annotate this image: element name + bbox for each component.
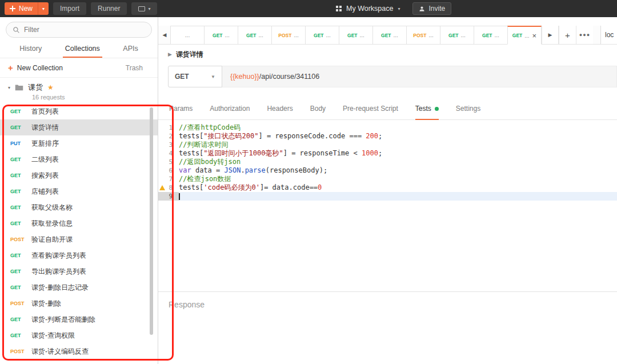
open-tab[interactable]: GET... xyxy=(238,26,272,44)
tab-label: ... xyxy=(428,32,433,38)
trash-button[interactable]: Trash xyxy=(126,64,150,72)
tab-options-icon[interactable]: ●●● xyxy=(576,26,593,44)
topbar-center: My Workspace ▾ Invite xyxy=(336,0,451,17)
request-name: 搜索列表 xyxy=(31,171,59,181)
code-editor[interactable]: 1//查看httpCode码2tests["接口状态码200"] = respo… xyxy=(158,120,617,291)
new-dropdown-caret[interactable]: ▾ xyxy=(38,2,49,15)
line-number: 5 xyxy=(158,158,179,166)
method-select[interactable]: GET ▼ xyxy=(168,66,222,87)
workspace-switcher[interactable]: My Workspace ▾ xyxy=(336,5,400,13)
filter-box[interactable] xyxy=(6,22,152,38)
url-input[interactable]: {{kehuo}}/api/course/341106 xyxy=(222,66,617,87)
code-line[interactable]: 1//查看httpCode码 xyxy=(158,123,617,132)
request-name: 查看购课学员列表 xyxy=(31,251,86,261)
runner-button[interactable]: Runner xyxy=(91,2,127,15)
request-list-item[interactable]: GET获取父级名称 xyxy=(0,199,158,215)
tab-tests[interactable]: Tests xyxy=(415,105,439,120)
open-tab[interactable]: GET... xyxy=(372,26,407,44)
response-section: Response xyxy=(158,291,617,364)
method-label: POST xyxy=(10,237,31,242)
sidebar-scrollbar[interactable] xyxy=(150,107,153,335)
tab-pre-request-script[interactable]: Pre-request Script xyxy=(343,105,398,120)
collapse-caret-icon[interactable]: ▾ xyxy=(8,85,10,90)
request-list-item[interactable]: PUT更新排序 xyxy=(0,135,158,151)
request-list-item[interactable]: GET导出购课学员列表 xyxy=(0,263,158,279)
sidebar-tab-apis[interactable]: APIs xyxy=(121,40,140,58)
subtab-label: Body xyxy=(310,105,326,113)
new-collection-button[interactable]: + New Collection xyxy=(8,63,63,72)
filter-input[interactable] xyxy=(24,26,145,34)
code-token: < xyxy=(354,149,358,157)
open-tab[interactable]: GET... xyxy=(440,26,474,44)
method-label: GET xyxy=(10,189,31,194)
tab-settings[interactable]: Settings xyxy=(456,105,480,120)
request-list-item[interactable]: GET店铺列表 xyxy=(0,183,158,199)
tab-authorization[interactable]: Authorization xyxy=(210,105,250,120)
code-line[interactable]: 7//检查json数据 xyxy=(158,175,617,183)
sidebar-tab-history[interactable]: History xyxy=(17,40,44,58)
request-list-item[interactable]: POST课货-删除 xyxy=(0,295,158,311)
request-list-item[interactable]: GET获取登录信息 xyxy=(0,215,158,231)
tests-green-dot-icon xyxy=(435,107,439,111)
invite-button[interactable]: Invite xyxy=(412,2,451,15)
request-list-item[interactable]: GET课货-查询权限 xyxy=(0,327,158,343)
code-line[interactable]: 8tests['code码必须为0']= data.code==0 xyxy=(158,183,617,192)
request-list-item[interactable]: GET首页列表 xyxy=(0,103,158,119)
tabs-scroll-left-icon[interactable]: ◀ xyxy=(158,26,171,44)
import-button[interactable]: Import xyxy=(53,2,86,15)
code-line[interactable]: 2tests["接口状态码200"] = responseCode.code =… xyxy=(158,132,617,141)
code-line[interactable]: 5//返回body转json xyxy=(158,158,617,166)
code-line[interactable]: 4tests["返回时间小于1000毫秒"] = responseTime < … xyxy=(158,149,617,158)
open-tab[interactable]: GET... xyxy=(204,26,238,44)
tab-label: ... xyxy=(524,33,529,39)
code-line[interactable]: 3//判断请求时间 xyxy=(158,141,617,149)
code-text: tests["返回时间小于1000毫秒"] = responseTime < 1… xyxy=(179,149,617,158)
request-list-item[interactable]: GET查看购课学员列表 xyxy=(0,247,158,263)
open-tab[interactable]: POST... xyxy=(406,26,440,44)
favorite-star-icon[interactable]: ★ xyxy=(47,83,54,91)
open-new-window-button[interactable]: ▾ xyxy=(131,2,157,15)
request-list-item[interactable]: GET课货详情 xyxy=(0,119,158,135)
open-tab[interactable]: ... xyxy=(170,26,205,44)
close-tab-icon[interactable]: × xyxy=(532,32,537,39)
code-line[interactable]: 6var data = JSON.parse(responseBody); xyxy=(158,166,617,175)
tabs-scroll-right-icon[interactable]: ▶ xyxy=(542,26,559,44)
request-list-item[interactable]: GET课货-删除日志记录 xyxy=(0,279,158,295)
code-line[interactable]: 9 xyxy=(158,192,617,201)
request-list-item[interactable]: GET课货-判断是否能删除 xyxy=(0,311,158,327)
request-list-item[interactable]: GET搜索列表 xyxy=(0,167,158,183)
new-tab-button[interactable]: + xyxy=(559,26,576,44)
code-text: //返回body转json xyxy=(179,158,617,166)
code-text: var data = JSON.parse(responseBody); xyxy=(179,166,617,175)
code-text: tests['code码必须为0']= data.code==0 xyxy=(179,183,617,192)
code-token: === xyxy=(349,132,362,140)
workspace-label: My Workspace xyxy=(346,5,393,13)
tab-headers[interactable]: Headers xyxy=(267,105,293,120)
request-name: 店铺列表 xyxy=(31,187,59,197)
code-token: tests[ xyxy=(179,183,203,191)
method-label: GET xyxy=(10,205,31,210)
open-tab[interactable]: GET...× xyxy=(507,26,542,45)
request-list-item[interactable]: POST课货-讲义编码反查 xyxy=(0,343,158,359)
request-list-item[interactable]: POST验证自助开课 xyxy=(0,231,158,247)
open-tab[interactable]: POST... xyxy=(271,26,306,44)
open-tab[interactable]: GET... xyxy=(339,26,373,44)
collection-header[interactable]: ▾ 课货 ★ 16 requests xyxy=(0,78,158,103)
tab-body[interactable]: Body xyxy=(310,105,326,120)
code-token: data = xyxy=(191,166,225,174)
method-label: GET xyxy=(512,33,522,38)
method-label: GET xyxy=(10,125,31,130)
tab-params[interactable]: Params xyxy=(169,105,193,120)
chevron-right-icon[interactable]: ▶ xyxy=(168,51,172,57)
open-tab[interactable]: GET... xyxy=(474,26,508,44)
request-list: GET首页列表GET课货详情PUT更新排序GET二级列表GET搜索列表GET店铺… xyxy=(0,103,158,364)
environment-selector[interactable]: loc xyxy=(600,26,617,44)
tab-label: ... xyxy=(225,32,230,38)
line-number: 4 xyxy=(158,149,179,158)
tab-label: ... xyxy=(259,32,263,38)
request-list-item[interactable]: GET二级列表 xyxy=(0,151,158,167)
open-tab[interactable]: GET... xyxy=(305,26,339,44)
new-button[interactable]: New ▾ xyxy=(5,2,49,15)
sidebar-tab-collections[interactable]: Collections xyxy=(63,40,102,58)
person-icon xyxy=(419,6,425,12)
